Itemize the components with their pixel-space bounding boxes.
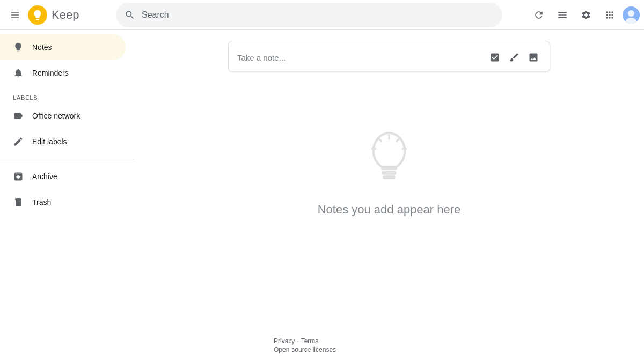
terms-link[interactable]: Terms xyxy=(301,337,319,345)
avatar-icon xyxy=(623,6,640,24)
sidebar-item-edit-labels[interactable]: Edit labels xyxy=(0,129,126,154)
sidebar-office-network-label: Office network xyxy=(32,112,80,120)
reminders-icon xyxy=(13,68,24,78)
search-bar[interactable]: Search xyxy=(116,3,502,27)
view-toggle-button[interactable] xyxy=(552,4,573,26)
brush-icon xyxy=(509,52,519,63)
sidebar-item-reminders[interactable]: Reminders xyxy=(0,60,126,86)
svg-line-12 xyxy=(397,139,399,141)
sidebar-reminders-label: Reminders xyxy=(32,69,69,77)
empty-message: Notes you add appear here xyxy=(318,203,461,217)
main-content: Take a note... xyxy=(134,30,644,362)
bell-icon xyxy=(13,68,24,78)
sidebar-notes-label: Notes xyxy=(32,43,52,51)
office-network-icon xyxy=(13,110,24,121)
keep-logo-icon xyxy=(32,9,43,21)
svg-rect-0 xyxy=(11,12,19,13)
refresh-icon xyxy=(533,10,544,20)
labels-section-heading: LABELS xyxy=(0,86,134,103)
apps-button[interactable] xyxy=(599,4,620,26)
body: Notes Reminders LABELS Office network xyxy=(0,30,644,362)
trash-icon xyxy=(13,197,24,208)
list-view-icon xyxy=(557,10,568,20)
svg-rect-1 xyxy=(11,14,19,16)
svg-rect-8 xyxy=(382,171,397,175)
checkbox-icon xyxy=(489,52,500,63)
user-avatar[interactable] xyxy=(623,6,640,24)
image-icon xyxy=(528,52,539,63)
trash-svg-icon xyxy=(13,197,24,208)
privacy-link[interactable]: Privacy xyxy=(274,337,295,345)
svg-rect-9 xyxy=(383,175,395,179)
menu-button[interactable] xyxy=(4,4,26,26)
open-source-link[interactable]: Open-source licenses xyxy=(274,346,336,353)
app-logo xyxy=(28,5,47,25)
settings-icon xyxy=(581,10,591,20)
note-placeholder[interactable]: Take a note... xyxy=(237,53,483,62)
label-icon xyxy=(13,110,24,121)
sidebar-item-archive[interactable]: Archive xyxy=(0,164,126,189)
lightbulb-icon xyxy=(13,42,24,53)
apps-icon xyxy=(604,10,615,20)
edit-icon xyxy=(13,136,24,147)
footer: Privacy · Terms Open-source licenses xyxy=(274,337,336,353)
settings-button[interactable] xyxy=(575,4,597,26)
footer-links: Privacy · Terms Open-source licenses xyxy=(274,337,336,353)
edit-labels-icon xyxy=(13,136,24,147)
sidebar-trash-label: Trash xyxy=(32,198,51,206)
archive-icon xyxy=(13,171,24,182)
header-left: Keep xyxy=(4,4,112,26)
svg-rect-2 xyxy=(11,17,19,18)
sidebar-divider xyxy=(0,159,134,159)
sidebar: Notes Reminders LABELS Office network xyxy=(0,30,134,362)
header: Keep Search xyxy=(0,0,644,30)
search-icon xyxy=(125,10,135,20)
new-image-button[interactable] xyxy=(526,50,541,65)
header-right xyxy=(528,4,640,26)
app-title: Keep xyxy=(49,8,79,22)
sidebar-item-trash[interactable]: Trash xyxy=(0,189,126,215)
new-list-button[interactable] xyxy=(487,50,502,65)
svg-rect-7 xyxy=(381,166,397,170)
hamburger-icon xyxy=(10,10,20,20)
sidebar-edit-labels-label: Edit labels xyxy=(32,137,67,146)
new-drawing-button[interactable] xyxy=(507,50,522,65)
sidebar-item-notes[interactable]: Notes xyxy=(0,34,126,60)
archive-svg-icon xyxy=(13,171,24,182)
note-action-icons xyxy=(487,50,541,65)
sidebar-item-office-network[interactable]: Office network xyxy=(0,103,126,129)
sidebar-archive-label: Archive xyxy=(32,172,57,181)
footer-separator-1: · xyxy=(297,337,298,345)
refresh-button[interactable] xyxy=(528,4,550,26)
note-input-box[interactable]: Take a note... xyxy=(228,41,550,72)
notes-icon xyxy=(13,42,24,53)
empty-state: Notes you add appear here xyxy=(318,125,461,217)
search-input[interactable]: Search xyxy=(142,10,494,20)
svg-point-4 xyxy=(628,10,634,17)
svg-line-11 xyxy=(379,139,382,141)
empty-lightbulb-icon xyxy=(362,125,416,190)
